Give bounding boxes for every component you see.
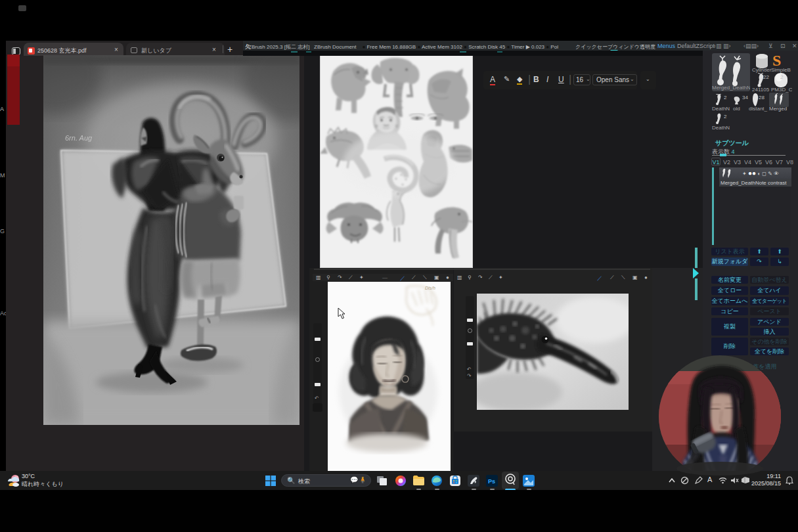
svg-text:Ps: Ps: [488, 478, 495, 485]
svg-text:Dis/h: Dis/h: [425, 286, 435, 290]
svg-text:6rn. Aug: 6rn. Aug: [65, 134, 93, 142]
